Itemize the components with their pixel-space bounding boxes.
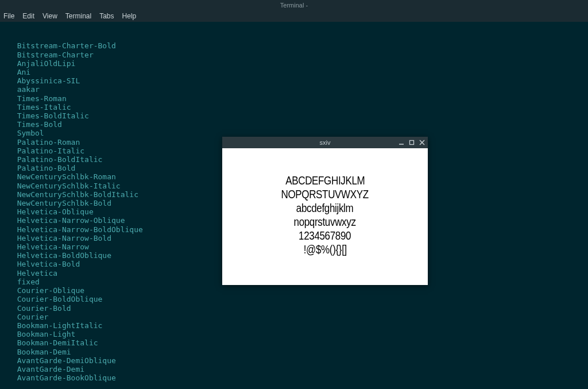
fzf-list-item[interactable]: Courier	[8, 313, 580, 321]
preview-line: abcdefghijklm	[296, 201, 354, 215]
preview-line: !@$%(){}[]	[303, 242, 346, 256]
fzf-list-item[interactable]: Bookman-DemiItalic	[8, 338, 580, 347]
fzf-list-item[interactable]: Abyssinica-SIL	[8, 76, 580, 85]
fzf-list-item[interactable]: Bitstream-Charter-Bold	[8, 41, 580, 50]
menu-view[interactable]: View	[42, 12, 57, 20]
fzf-list-item[interactable]: Bitstream-Charter	[8, 51, 580, 59]
menu-help[interactable]: Help	[122, 12, 137, 20]
fzf-list-item[interactable]: Courier-Bold	[8, 304, 580, 313]
window-title: Terminal -	[280, 2, 308, 9]
fzf-list-item[interactable]: AvantGarde-BookOblique	[8, 373, 580, 382]
menu-file[interactable]: File	[3, 12, 14, 20]
menu-edit[interactable]: Edit	[22, 12, 34, 20]
sxiv-title: sxiv	[320, 139, 331, 146]
close-icon[interactable]	[419, 139, 425, 146]
window-title-bar: Terminal -	[0, 0, 588, 10]
fzf-list-item[interactable]: Bookman-Light	[8, 330, 580, 338]
menu-tabs[interactable]: Tabs	[99, 12, 114, 20]
maximize-icon[interactable]	[408, 139, 415, 146]
fzf-list-item[interactable]: Times-Roman	[8, 94, 580, 103]
preview-line: 1234567890	[299, 229, 351, 242]
minimize-icon[interactable]	[398, 139, 405, 146]
sxiv-window-controls	[398, 139, 425, 146]
sxiv-window[interactable]: sxiv ABCDEFGHIJKLM NOPQRSTUVWXYZ abcdefg…	[222, 137, 428, 285]
preview-line: NOPQRSTUVWXYZ	[281, 187, 369, 201]
fzf-list-item[interactable]: Times-Italic	[8, 103, 580, 111]
sxiv-image-content: ABCDEFGHIJKLM NOPQRSTUVWXYZ abcdefghijkl…	[222, 148, 428, 285]
fzf-list-item[interactable]: Courier-BoldOblique	[8, 295, 580, 303]
fzf-list-item[interactable]: Times-Bold	[8, 120, 580, 129]
preview-line: ABCDEFGHIJKLM	[285, 174, 365, 187]
preview-line: nopqrstuvwxyz	[294, 215, 356, 229]
menu-bar: File Edit View Terminal Tabs Help	[0, 10, 588, 22]
fzf-list-item[interactable]: Courier-Oblique	[8, 286, 580, 295]
menu-terminal[interactable]: Terminal	[65, 12, 91, 20]
sxiv-titlebar[interactable]: sxiv	[222, 137, 428, 148]
fzf-list-item[interactable]: AvantGarde-DemiOblique	[8, 356, 580, 365]
fzf-list-item[interactable]: Bookman-LightItalic	[8, 321, 580, 330]
fzf-list-item[interactable]: Times-BoldItalic	[8, 111, 580, 120]
fzf-list-item[interactable]: Ani	[8, 68, 580, 76]
fzf-list-item[interactable]: Bookman-Demi	[8, 348, 580, 356]
fzf-list-item[interactable]: AnjaliOldLipi	[8, 59, 580, 68]
fzf-list-item[interactable]: AvantGarde-Demi	[8, 365, 580, 373]
svg-rect-1	[410, 141, 414, 145]
fzf-list-item[interactable]: aakar	[8, 85, 580, 94]
